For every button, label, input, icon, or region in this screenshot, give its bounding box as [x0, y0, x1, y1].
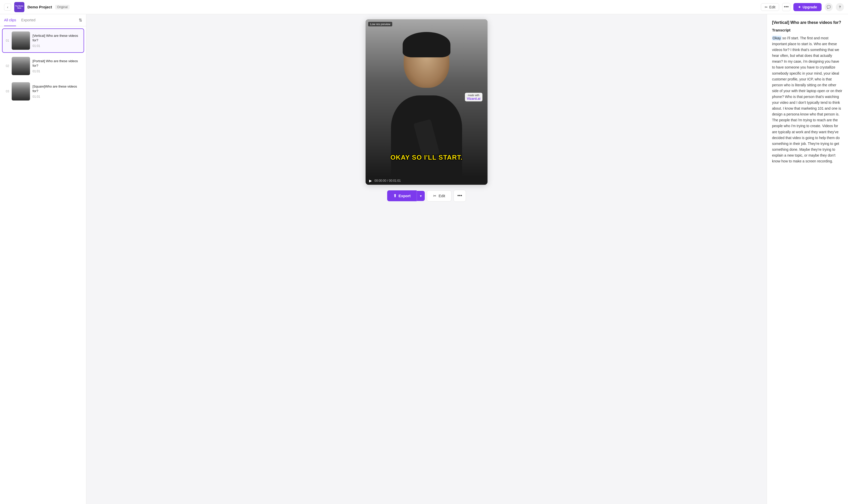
export-button[interactable]: ⬆ Export — [387, 190, 417, 201]
discord-button[interactable]: 💬 — [825, 3, 833, 11]
back-button[interactable]: ‹ — [4, 3, 11, 11]
more-options-button[interactable]: ••• — [782, 3, 790, 11]
clip-title: [Square]Who are these videos for? — [33, 84, 82, 93]
clip-title: [Vertical] Who are these videos for? — [33, 34, 82, 43]
upload-icon: ⬆ — [393, 193, 397, 198]
more-dots-icon: ••• — [457, 193, 462, 198]
clip-title: [Portrait] Who are these videos for? — [33, 59, 82, 68]
clip-item[interactable]: 01 [Vertical] Who are these videos for? … — [2, 29, 84, 53]
video-time: 00:00:00 / 00:01:01 — [375, 179, 401, 182]
project-title: Demo Project — [28, 5, 52, 9]
clips-list: 01 [Vertical] Who are these videos for? … — [0, 26, 86, 504]
clip-number: 01 — [4, 39, 9, 42]
watermark: made with Vizard.ai — [465, 93, 482, 102]
scissors-icon: ✂ — [765, 5, 768, 9]
transcript-body: Okay so i'll start. The first and most i… — [772, 35, 843, 164]
help-button[interactable]: ? — [836, 3, 844, 11]
bottom-actions: ⬆ Export ▾ ✂ Edit ••• — [387, 190, 466, 202]
low-res-badge: Low res preview — [368, 22, 392, 26]
clip-duration: 01:01 — [33, 95, 82, 98]
clip-duration: 01:01 — [33, 70, 82, 73]
tab-exported[interactable]: Exported — [21, 15, 35, 26]
tab-all-clips[interactable]: All clips — [4, 15, 16, 26]
clip-item[interactable]: 02 [Portrait] Who are these videos for? … — [2, 54, 84, 78]
clips-tabs: All clips Exported ⇅ — [0, 14, 86, 26]
help-icon: ? — [839, 5, 841, 9]
clip-duration: 01:01 — [33, 44, 82, 48]
transcript-text-body: so i'll start. The first and most import… — [772, 36, 842, 163]
clip-number: 02 — [4, 64, 9, 68]
chevron-down-icon: ▾ — [420, 194, 422, 198]
clip-thumbnail — [12, 32, 30, 50]
clip-item[interactable]: 03 [Square]Who are these videos for? 01:… — [2, 79, 84, 104]
video-container: Low res preview made with Vizard.ai ▶ OK… — [366, 19, 487, 185]
play-control-icon[interactable]: ▶ — [369, 179, 372, 183]
clip-info: [Square]Who are these videos for? 01:01 — [33, 84, 82, 98]
export-dropdown-button[interactable]: ▾ — [417, 191, 425, 201]
video-preview[interactable]: made with Vizard.ai ▶ OKAY SO I'LL START… — [366, 19, 487, 177]
clip-thumbnail — [12, 82, 30, 101]
clip-thumbnail — [12, 57, 30, 75]
clip-info: [Vertical] Who are these videos for? 01:… — [33, 34, 82, 48]
main-layout: All clips Exported ⇅ 01 [Vertical] Who a… — [0, 14, 848, 504]
more-action-button[interactable]: ••• — [453, 190, 466, 202]
top-navigation: ‹ Try Demo Here Demo Project Original ✂ … — [0, 0, 848, 14]
video-controls: ▶ 00:00:00 / 00:01:01 — [366, 177, 487, 185]
original-badge: Original — [55, 5, 70, 10]
clips-sidebar: All clips Exported ⇅ 01 [Vertical] Who a… — [0, 14, 86, 504]
star-icon: ✦ — [798, 5, 801, 9]
clip-number: 03 — [4, 90, 9, 93]
transcript-section-label: Transcript — [772, 28, 843, 32]
upgrade-button[interactable]: ✦ Upgrade — [793, 3, 821, 11]
subtitle-text: OKAY SO I'LL START. — [366, 154, 487, 161]
discord-icon: 💬 — [827, 5, 831, 9]
clip-info: [Portrait] Who are these videos for? 01:… — [33, 59, 82, 73]
video-area: Low res preview made with Vizard.ai ▶ OK… — [86, 14, 767, 504]
scissors-action-icon: ✂ — [433, 194, 436, 198]
transcript-video-title: [Vertical] Who are these videos for? — [772, 20, 843, 25]
project-thumbnail: Try Demo Here — [14, 2, 24, 12]
edit-action-button[interactable]: ✂ Edit — [427, 190, 451, 201]
sort-button[interactable]: ⇅ — [79, 18, 82, 23]
transcript-highlight: Okay — [772, 36, 781, 40]
transcript-panel: [Vertical] Who are these videos for? Tra… — [767, 14, 848, 504]
edit-button[interactable]: ✂ Edit — [761, 3, 779, 11]
